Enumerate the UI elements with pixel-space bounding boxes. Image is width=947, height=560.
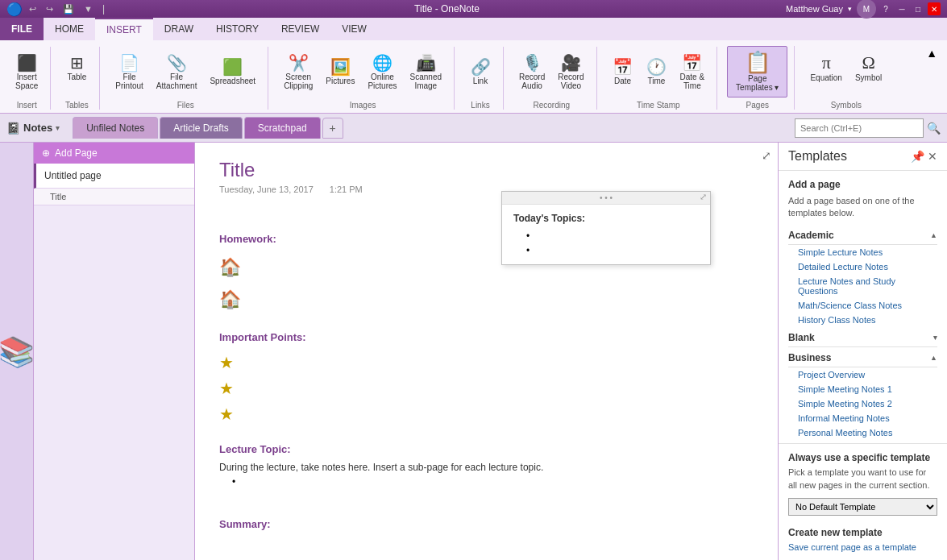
page-item[interactable]: Untitled page	[34, 164, 194, 189]
template-math-science[interactable]: Math/Science Class Notes	[788, 298, 937, 313]
floating-box-resize-icon[interactable]: ⤢	[700, 192, 707, 202]
symbol-icon: Ω	[862, 54, 874, 72]
tab-add-section[interactable]: +	[322, 118, 343, 139]
template-project-overview[interactable]: Project Overview	[788, 367, 937, 382]
maximize-button[interactable]: □	[912, 2, 924, 15]
help-button[interactable]: ?	[879, 2, 892, 15]
date-button[interactable]: 📅 Date	[607, 55, 639, 89]
tab-draw[interactable]: DRAW	[153, 18, 205, 40]
record-video-label: RecordVideo	[558, 73, 584, 90]
template-detailed-lecture[interactable]: Detailed Lecture Notes	[788, 259, 937, 274]
template-lecture-study[interactable]: Lecture Notes and Study Questions	[788, 274, 937, 298]
link-label: Link	[473, 77, 488, 85]
template-informal-meeting[interactable]: Informal Meeting Notes	[788, 411, 937, 425]
spreadsheet-button[interactable]: 🟩 Spreadsheet	[204, 55, 261, 89]
tab-history[interactable]: HISTORY	[205, 18, 270, 40]
record-video-icon: 🎥	[561, 55, 581, 71]
default-template-select[interactable]: No Default Template	[788, 498, 937, 516]
quick-access-forward[interactable]: ↪	[43, 2, 56, 16]
save-as-template-link[interactable]: Save current page as a template	[788, 542, 916, 552]
search-icon[interactable]: 🔍	[927, 122, 941, 135]
tab-scratchpad[interactable]: Scratchpad	[244, 117, 321, 139]
templates-pin-button[interactable]: 📌	[911, 150, 924, 163]
link-button[interactable]: 🔗 Link	[464, 55, 496, 89]
insert-space-button[interactable]: ⬛ InsertSpace	[10, 51, 44, 94]
add-page-icon: ⊕	[42, 147, 50, 159]
search-input[interactable]	[795, 118, 924, 138]
group-recording: 🎙️ RecordAudio 🎥 RecordVideo Recording	[510, 47, 597, 110]
left-sidebar: 📚	[0, 143, 34, 560]
pictures-button[interactable]: 🖼️ Pictures	[320, 55, 360, 89]
file-attachment-button[interactable]: 📎 FileAttachment	[151, 51, 203, 94]
add-page-header: Add a page	[788, 179, 937, 190]
minimize-button[interactable]: ─	[895, 2, 908, 15]
academic-items: Simple Lecture Notes Detailed Lecture No…	[788, 245, 937, 327]
date-time-icon: 📅	[682, 55, 702, 71]
tab-home[interactable]: HOME	[44, 18, 95, 40]
insert-space-label: InsertSpace	[15, 73, 38, 90]
table-button[interactable]: ⊞ Table	[60, 51, 93, 94]
symbol-button[interactable]: Ω Symbol	[849, 50, 887, 95]
template-simple-meeting-2[interactable]: Simple Meeting Notes 2	[788, 396, 937, 411]
category-academic-header[interactable]: Academic ▲	[788, 226, 937, 245]
template-personal-meeting[interactable]: Personal Meeting Notes	[788, 425, 937, 440]
academic-chevron: ▲	[930, 231, 937, 239]
important-points-label: Important Points:	[219, 331, 754, 343]
floating-box-handle[interactable]: • • • ⤢	[502, 192, 710, 205]
title-bar: 🔵 ↩ ↪ 💾 ▼ | Title - OneNote Matthew Guay…	[0, 0, 947, 18]
book-stack-image: 📚	[0, 335, 34, 369]
tab-view[interactable]: VIEW	[330, 18, 378, 40]
tab-insert[interactable]: INSERT	[95, 18, 153, 40]
online-pictures-label: OnlinePictures	[368, 73, 397, 90]
file-attachment-icon: 📎	[167, 55, 187, 71]
table-label: Table	[67, 73, 86, 90]
user-avatar: M	[857, 0, 876, 19]
category-business-header[interactable]: Business ▲	[788, 349, 937, 367]
editor[interactable]: ⤢ Title Tuesday, June 13, 2017 1:21 PM H…	[195, 143, 778, 560]
template-simple-lecture[interactable]: Simple Lecture Notes	[788, 245, 937, 259]
date-label: Date	[614, 77, 631, 85]
quick-access-more[interactable]: ▼	[81, 2, 96, 15]
group-images: ✂️ ScreenClipping 🖼️ Pictures 🌐 OnlinePi…	[275, 47, 455, 110]
title-bar-left: 🔵 ↩ ↪ 💾 ▼ |	[6, 2, 108, 17]
ribbon-collapse[interactable]: ▲	[923, 44, 941, 63]
templates-title: Templates	[788, 149, 847, 164]
page-templates-button[interactable]: 📋 PageTemplates ▾	[727, 46, 787, 97]
tab-unfiled-notes[interactable]: Unfiled Notes	[73, 117, 158, 139]
quick-access-back[interactable]: ↩	[26, 2, 39, 16]
date-time-button[interactable]: 📅 Date &Time	[675, 51, 711, 94]
close-button[interactable]: ✕	[928, 2, 941, 15]
notebook-selector[interactable]: 📓 Notes ▾	[6, 122, 60, 135]
quick-access-save[interactable]: 💾	[60, 2, 77, 16]
file-printout-button[interactable]: 📄 FilePrintout	[110, 51, 148, 94]
category-academic: Academic ▲ Simple Lecture Notes Detailed…	[788, 226, 937, 327]
template-history-class[interactable]: History Class Notes	[788, 313, 937, 327]
group-tables: ⊞ Table Tables	[57, 47, 100, 110]
templates-close-button[interactable]: ✕	[928, 150, 937, 163]
page-content-background	[34, 205, 194, 560]
template-simple-meeting-1[interactable]: Simple Meeting Notes 1	[788, 382, 937, 396]
floating-box: • • • ⤢ Today's Topics: • •	[501, 191, 711, 265]
group-pages: 📋 PageTemplates ▾ Pages	[724, 46, 795, 110]
user-chevron[interactable]: ▾	[848, 5, 852, 13]
record-audio-button[interactable]: 🎙️ RecordAudio	[513, 51, 550, 94]
category-blank-header[interactable]: Blank ▾	[788, 329, 937, 347]
editor-title[interactable]: Title	[219, 159, 754, 181]
scanned-image-icon: 📠	[416, 55, 436, 71]
page-sub-item[interactable]: Title	[34, 189, 194, 205]
screen-clipping-button[interactable]: ✂️ ScreenClipping	[278, 51, 318, 94]
business-items: Project Overview Simple Meeting Notes 1 …	[788, 367, 937, 443]
scanned-image-label: ScannedImage	[410, 73, 442, 90]
templates-header: Templates 📌 ✕	[779, 143, 947, 171]
tab-article-drafts[interactable]: Article Drafts	[160, 117, 243, 139]
scanned-image-button[interactable]: 📠 ScannedImage	[405, 51, 447, 94]
record-video-button[interactable]: 🎥 RecordVideo	[552, 51, 589, 94]
add-page-button[interactable]: ⊕ Add Page	[34, 143, 194, 164]
time-button[interactable]: 🕐 Time	[641, 55, 673, 89]
always-use-desc: Pick a template you want to use for all …	[788, 467, 937, 492]
online-pictures-button[interactable]: 🌐 OnlinePictures	[362, 51, 402, 94]
tab-file[interactable]: FILE	[0, 18, 44, 40]
expand-editor-button[interactable]: ⤢	[762, 149, 771, 162]
equation-button[interactable]: π Equation	[804, 50, 847, 95]
tab-review[interactable]: REVIEW	[270, 18, 330, 40]
